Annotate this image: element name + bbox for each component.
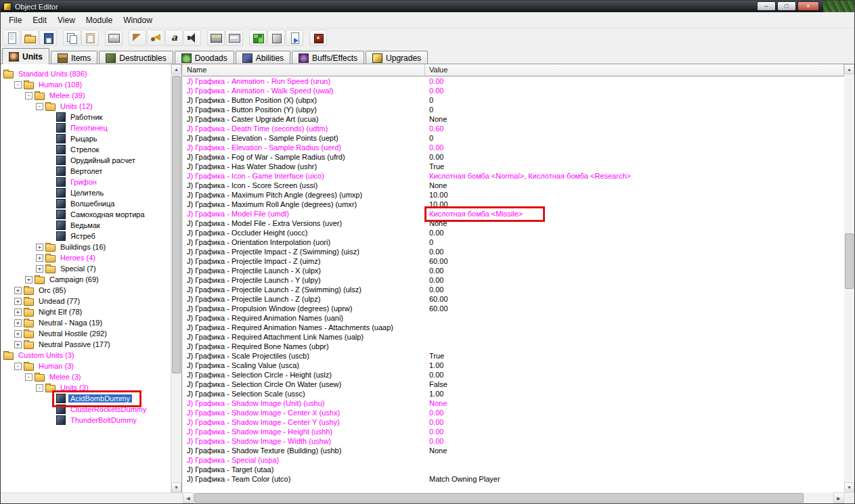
field-value[interactable]: 10.00 <box>425 191 844 199</box>
tab-abilities[interactable]: Abilities <box>236 51 290 64</box>
field-value[interactable]: 0.00 <box>425 276 844 284</box>
grid-row-38[interactable]: J) Графика - Shadow Image - Width (ushw)… <box>183 436 844 446</box>
grid-row-4[interactable]: J) Графика - Caster Upgrade Art (ucua)No… <box>183 114 844 124</box>
grid-row-41[interactable]: J) Графика - Target (utaa) <box>183 465 844 474</box>
scroll-up-button[interactable]: ▲ <box>844 64 854 74</box>
scroll-left-button[interactable]: ◀ <box>183 492 194 503</box>
tab-upgrades[interactable]: Upgrades <box>366 51 428 64</box>
save-button[interactable] <box>39 30 57 46</box>
grid-row-9[interactable]: J) Графика - Has Water Shadow (ushr)True <box>183 162 844 171</box>
menu-view[interactable]: View <box>52 14 81 27</box>
grid-row-22[interactable]: J) Графика - Projectile Launch - Z (Swim… <box>183 285 844 294</box>
tree-item-heroes-4[interactable]: +Heroes (4) <box>1 252 181 263</box>
field-value[interactable]: True <box>425 352 844 360</box>
grid-row-18[interactable]: J) Графика - Projectile Impact - Z (Swim… <box>183 247 844 256</box>
field-value[interactable]: 1.00 <box>425 361 844 369</box>
grid-row-16[interactable]: J) Графика - Occluder Height (uocc)0.00 <box>183 228 844 237</box>
expand-box[interactable]: + <box>14 308 22 316</box>
grid-row-19[interactable]: J) Графика - Projectile Impact - Z (uimz… <box>183 256 844 266</box>
field-value[interactable]: 60.00 <box>425 304 844 313</box>
column-header-name[interactable]: Name <box>183 64 425 76</box>
tree-item-night-elf-78[interactable]: +Night Elf (78) <box>1 306 181 317</box>
expand-box[interactable]: + <box>14 319 22 327</box>
field-value[interactable]: 0.00 <box>425 371 844 379</box>
maximize-button[interactable]: □ <box>777 1 796 11</box>
tree-item-10[interactable]: Грифон <box>1 177 181 187</box>
tree-item-6[interactable]: Рыцарь <box>1 133 181 144</box>
field-value[interactable]: Кислотная бомба <Normal>, Кислотная бомб… <box>425 172 844 180</box>
paste-button[interactable] <box>81 30 99 46</box>
tab-units[interactable]: Units <box>2 48 49 64</box>
field-value[interactable]: 0.00 <box>425 143 844 152</box>
expand-box[interactable]: + <box>14 298 22 305</box>
field-value[interactable]: 0.00 <box>425 285 844 294</box>
field-value[interactable]: None <box>425 446 844 455</box>
collapse-box[interactable]: - <box>36 103 43 110</box>
grid-horizontal-scrollbar[interactable]: ◀ ▶ <box>183 492 844 504</box>
tree-item-thunderboltdummy[interactable]: ThunderBoltDummy <box>1 415 181 426</box>
tree-item-11[interactable]: Целитель <box>1 187 181 198</box>
tree-item-14[interactable]: Ведьмак <box>1 220 181 231</box>
expand-box[interactable]: + <box>36 265 43 273</box>
tree-item-12[interactable]: Волшебница <box>1 198 181 209</box>
field-value[interactable]: 1.00 <box>425 390 844 398</box>
tree-item-neutral-hostile-292[interactable]: +Neutral Hostile (292) <box>1 328 181 339</box>
field-value[interactable]: 0.00 <box>425 77 844 85</box>
title-bar[interactable]: Object Editor – □ × <box>1 1 854 12</box>
field-value[interactable]: 0 <box>425 106 844 114</box>
grid-row-12[interactable]: J) Графика - Maximum Pitch Angle (degree… <box>183 190 844 200</box>
expand-box[interactable]: + <box>36 244 43 251</box>
field-value[interactable]: True <box>425 162 844 170</box>
expand-box[interactable]: + <box>14 341 22 348</box>
grid-row-7[interactable]: J) Графика - Elevation - Sample Radius (… <box>183 143 844 152</box>
field-value[interactable]: 60.00 <box>425 257 844 265</box>
copy-button[interactable] <box>63 30 81 46</box>
field-value[interactable]: 0.00 <box>425 87 844 95</box>
field-value[interactable]: None <box>425 115 844 123</box>
grid-row-37[interactable]: J) Графика - Shadow Image - Height (ushh… <box>183 427 844 436</box>
expand-box[interactable]: + <box>14 330 22 338</box>
grid-row-8[interactable]: J) Графика - Fog of War - Sample Radius … <box>183 152 844 162</box>
scroll-up-button[interactable]: ▲ <box>171 64 181 74</box>
sound-horn-button[interactable] <box>147 30 165 46</box>
field-value[interactable]: 0.60 <box>425 124 844 133</box>
tree-item-custom-units-3[interactable]: Custom Units (3) <box>1 350 181 361</box>
scrollbar-thumb[interactable] <box>845 233 854 289</box>
tree-item-15[interactable]: Ястреб <box>1 231 181 242</box>
grid-row-31[interactable]: J) Графика - Selection Circle - Height (… <box>183 370 844 380</box>
grid-row-30[interactable]: J) Графика - Scaling Value (usca)1.00 <box>183 361 844 370</box>
grid-row-32[interactable]: J) Графика - Selection Circle On Water (… <box>183 380 844 389</box>
field-value[interactable]: 0 <box>425 96 844 104</box>
column-header-value[interactable]: Value <box>425 64 844 76</box>
grid-row-11[interactable]: J) Графика - Icon - Score Screen (ussi)N… <box>183 181 844 190</box>
scroll-down-button[interactable]: ▼ <box>171 482 181 492</box>
field-value[interactable]: 0.00 <box>425 153 844 161</box>
grid-row-39[interactable]: J) Графика - Shadow Texture (Building) (… <box>183 446 844 455</box>
field-value[interactable]: 0.00 <box>425 428 844 436</box>
field-value[interactable]: 0.00 <box>425 248 844 256</box>
field-value[interactable]: 0.00 <box>425 409 844 417</box>
tab-items[interactable]: Items <box>51 51 97 64</box>
grid-row-6[interactable]: J) Графика - Elevation - Sample Points (… <box>183 133 844 143</box>
tree-item-melee-39[interactable]: -Melee (39) <box>1 90 181 101</box>
tree-item-5[interactable]: Пехотинец <box>1 122 181 133</box>
field-value[interactable]: None <box>425 181 844 189</box>
grid-row-17[interactable]: J) Графика - Orientation Interpolation (… <box>183 237 844 247</box>
tree-vertical-scrollbar[interactable]: ▲ ▼ <box>171 64 181 492</box>
view-palette-button[interactable] <box>105 30 123 46</box>
grid-row-25[interactable]: J) Графика - Required Animation Names (u… <box>183 313 844 323</box>
grid-row-35[interactable]: J) Графика - Shadow Image - Center X (us… <box>183 408 844 417</box>
expand-box[interactable]: + <box>25 276 32 283</box>
grid-row-23[interactable]: J) Графика - Projectile Launch - Z (ulpz… <box>183 294 844 304</box>
preview-sound-button[interactable] <box>183 30 201 46</box>
tree-item-special-7[interactable]: +Special (7) <box>1 263 181 274</box>
grid-row-1[interactable]: J) Графика - Animation - Walk Speed (uwa… <box>183 86 844 95</box>
collapse-box[interactable]: - <box>36 384 43 392</box>
tree-item-13[interactable]: Самоходная мортира <box>1 209 181 220</box>
field-value[interactable]: 0 <box>425 238 844 246</box>
tree-item-buildings-16[interactable]: +Buildings (16) <box>1 242 181 252</box>
field-value[interactable]: 0.00 <box>425 418 844 426</box>
grid-row-42[interactable]: J) Графика - Team Color (utco)Match Owni… <box>183 474 844 484</box>
field-value[interactable]: 0 <box>425 134 844 142</box>
tree-item-4[interactable]: Работник <box>1 112 181 122</box>
